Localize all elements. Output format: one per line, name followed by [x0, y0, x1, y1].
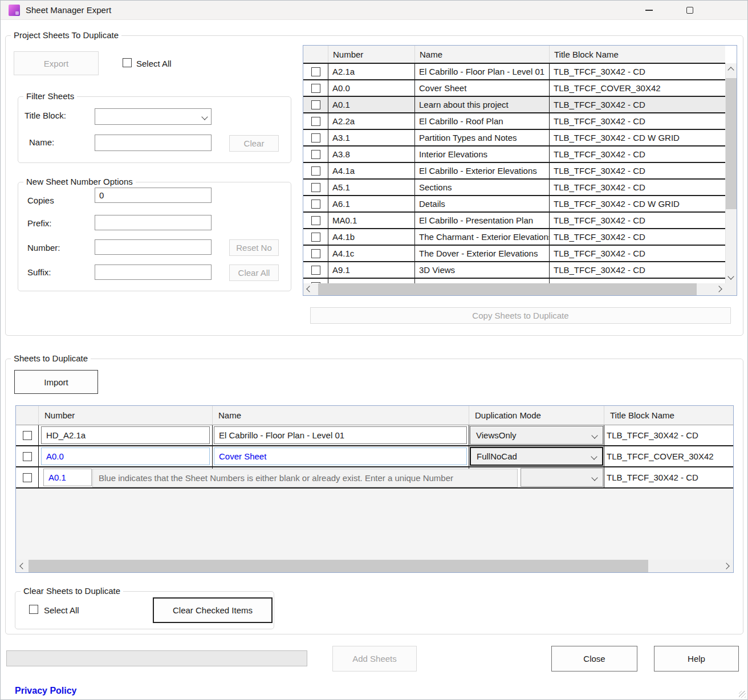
filter-name-input[interactable]	[95, 135, 212, 151]
project-sheet-row[interactable]: A3.8Interior ElevationsTLB_TFCF_30X42 - …	[303, 145, 725, 162]
title-block-column-header: Title Block Name	[550, 46, 725, 63]
minimize-button[interactable]	[636, 1, 662, 20]
sheet-title-block: TLB_TFCF_30X42 - CD	[550, 246, 725, 261]
scroll-left-icon[interactable]	[306, 286, 312, 292]
sheet-number-input[interactable]: A0.1	[43, 469, 92, 486]
project-sheet-row[interactable]: MA0.1El Cabrillo - Presentation PlanTLB_…	[303, 211, 725, 228]
row-checkbox[interactable]	[311, 249, 320, 258]
name-column-header: Name	[415, 46, 550, 63]
vertical-scrollbar[interactable]	[725, 63, 737, 284]
suffix-input[interactable]	[95, 264, 212, 280]
resize-grip[interactable]	[739, 691, 746, 698]
name-cell: El Cabrillo - Floor Plan - Level 01	[213, 425, 469, 445]
clear-all-button[interactable]: Clear All	[229, 264, 279, 281]
chevron-down-icon	[591, 453, 597, 459]
row-checkbox[interactable]	[311, 150, 320, 159]
project-sheet-row[interactable]: A4.1cThe Dover - Exterior ElevationsTLB_…	[303, 245, 725, 261]
copy-sheets-to-duplicate-button[interactable]: Copy Sheets to Duplicate	[310, 307, 731, 324]
project-sheet-row[interactable]: A6.1DetailsTLB_TFCF_30X42 - CD W GRID	[303, 195, 725, 211]
sheet-number: MA0.1	[328, 213, 415, 228]
clear-select-all-checkbox[interactable]	[29, 605, 38, 614]
privacy-policy-link[interactable]: Privacy Policy	[15, 686, 77, 696]
copies-input[interactable]: 0	[95, 188, 212, 203]
row-checkbox[interactable]	[311, 183, 320, 192]
sheet-name: El Cabrillo - Presentation Plan	[415, 213, 550, 228]
sheet-name: Partition Types and Notes	[415, 130, 550, 145]
chevron-down-icon	[201, 113, 208, 120]
scroll-down-icon[interactable]	[727, 273, 734, 279]
add-sheets-button[interactable]: Add Sheets	[332, 646, 417, 671]
sheet-number: A3.1	[328, 130, 415, 145]
row-checkbox[interactable]	[23, 452, 32, 461]
sheet-name-input[interactable]: El Cabrillo - Floor Plan - Level 01	[214, 426, 467, 444]
duplication-mode-select[interactable]	[521, 468, 603, 487]
export-button[interactable]: Export	[14, 51, 99, 75]
row-checkbox-cell	[303, 113, 328, 129]
maximize-button[interactable]	[677, 1, 703, 20]
row-checkbox[interactable]	[311, 166, 320, 176]
scroll-left-icon[interactable]	[19, 563, 26, 569]
project-sheet-row[interactable]: A5.1SectionsTLB_TFCF_30X42 - CD	[303, 178, 725, 195]
duplication-mode-cell: FullNoCad	[469, 446, 604, 466]
project-sheets-table: Number Name Title Block Name A2.1aEl Cab…	[303, 45, 737, 296]
checkbox-column-header	[303, 46, 328, 63]
sheet-title-block: TLB_TFCF_30X42 - CD W GRID	[550, 196, 725, 211]
row-checkbox[interactable]	[311, 117, 320, 126]
row-checkbox[interactable]	[311, 133, 320, 143]
scroll-right-icon[interactable]	[723, 563, 729, 569]
horizontal-scrollbar[interactable]	[303, 283, 725, 295]
project-sheet-row[interactable]: A2.1aEl Cabrillo - Floor Plan - Level 01…	[303, 63, 725, 79]
project-sheet-row[interactable]: A4.1bThe Charmant - Exterior ElevationsT…	[303, 228, 725, 245]
sheet-number-input[interactable]: A0.0	[41, 447, 210, 465]
row-checkbox[interactable]	[311, 216, 320, 225]
row-checkbox[interactable]	[311, 84, 320, 93]
number-cell: A0.0	[39, 446, 213, 466]
sheet-manager-expert-window: Sheet Manager Expert Project Sheets To D…	[0, 0, 748, 700]
duplicate-sheet-row[interactable]: A0.1TLB_TFCF_30X42 - CDBlue indicates th…	[16, 467, 734, 489]
sheet-name: Details	[415, 196, 550, 211]
close-button[interactable]: Close	[551, 646, 637, 671]
row-checkbox[interactable]	[23, 473, 32, 482]
reset-number-button[interactable]: Reset No	[229, 239, 279, 256]
new-sheet-number-options-label: New Sheet Number Options	[23, 177, 136, 186]
clear-sheets-group-label: Clear Sheets to Duplicate	[21, 586, 123, 596]
scroll-right-icon[interactable]	[716, 286, 722, 292]
sheet-name-input[interactable]: Cover Sheet	[214, 447, 467, 465]
horizontal-scrollbar-thumb[interactable]	[29, 560, 648, 572]
import-button[interactable]: Import	[14, 370, 98, 394]
horizontal-scrollbar[interactable]	[16, 560, 733, 572]
project-sheets-group-label: Project Sheets To Duplicate	[11, 30, 121, 40]
project-sheet-row[interactable]: A0.0Cover SheetTLB_TFCF_COVER_30X42	[303, 79, 725, 96]
row-checkbox[interactable]	[311, 266, 320, 275]
row-checkbox[interactable]	[311, 100, 320, 109]
project-sheet-row[interactable]: A4.1aEl Cabrillo - Exterior ElevationsTL…	[303, 162, 725, 178]
horizontal-scrollbar-thumb[interactable]	[318, 283, 697, 295]
row-checkbox-cell	[303, 146, 328, 162]
project-sheet-row[interactable]: A9.13D ViewsTLB_TFCF_30X42 - CD	[303, 261, 725, 278]
project-sheet-row[interactable]: A3.1Partition Types and NotesTLB_TFCF_30…	[303, 129, 725, 145]
project-sheet-row[interactable]: A2.2aEl Cabrillo - Roof PlanTLB_TFCF_30X…	[303, 112, 725, 129]
row-checkbox[interactable]	[311, 200, 320, 209]
project-sheet-row[interactable]: A0.1Learn about this projectTLB_TFCF_30X…	[303, 96, 725, 112]
row-checkbox-cell	[303, 180, 328, 195]
duplicate-sheet-row[interactable]: A0.0Cover SheetFullNoCadTLB_TFCF_COVER_3…	[16, 446, 734, 467]
duplication-mode-select[interactable]: ViewsOnly	[470, 426, 603, 445]
row-checkbox[interactable]	[311, 233, 320, 242]
clear-checked-items-button[interactable]: Clear Checked Items	[153, 597, 273, 623]
help-button[interactable]: Help	[654, 646, 739, 671]
duplicate-sheet-row[interactable]: HD_A2.1aEl Cabrillo - Floor Plan - Level…	[16, 425, 734, 446]
number-input[interactable]	[95, 239, 212, 255]
title-block-select[interactable]	[95, 108, 212, 125]
prefix-input[interactable]	[95, 215, 212, 230]
clear-filter-button[interactable]: Clear	[229, 135, 279, 152]
sheet-number: A4.1a	[328, 163, 415, 178]
scroll-up-icon[interactable]	[727, 67, 734, 73]
vertical-scrollbar-thumb[interactable]	[726, 78, 737, 209]
project-sheets-rows: A2.1aEl Cabrillo - Floor Plan - Level 01…	[303, 63, 725, 284]
sheet-number-input[interactable]: HD_A2.1a	[41, 426, 210, 444]
sheet-title-block: TLB_TFCF_COVER_30X42	[550, 80, 725, 96]
row-checkbox[interactable]	[23, 431, 32, 440]
row-checkbox[interactable]	[311, 67, 320, 76]
select-all-checkbox[interactable]	[123, 58, 132, 67]
duplication-mode-select[interactable]: FullNoCad	[470, 447, 603, 466]
